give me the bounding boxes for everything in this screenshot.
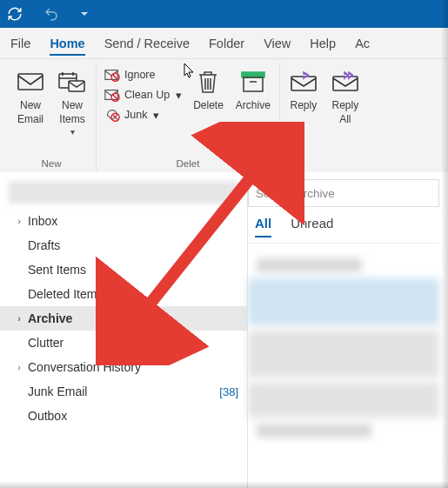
ribbon-group-delete: Ignore Clean Up ▾ Junk ▾ xyxy=(97,63,280,172)
folder-label: Deleted Items xyxy=(28,287,103,301)
unread-count: [38] xyxy=(219,385,238,398)
ignore-label: Ignore xyxy=(124,69,155,81)
chevron-down-icon: ▾ xyxy=(153,109,159,122)
folder-label: Junk Email xyxy=(28,384,87,398)
folder-junk-email[interactable]: Junk Email [38] xyxy=(0,379,247,404)
chevron-right-icon: › xyxy=(14,362,24,372)
reply-all-icon xyxy=(331,68,360,96)
folder-inbox[interactable]: ›Inbox xyxy=(0,209,247,233)
reply-all-button[interactable]: ReplyAll xyxy=(327,64,364,156)
ribbon-body: NewEmail NewItems▾ New Ignore Clean Up xyxy=(0,59,448,172)
ribbon-tab-more[interactable]: Ac xyxy=(355,31,370,56)
delete-button[interactable]: Delete xyxy=(190,64,227,156)
refresh-icon[interactable] xyxy=(7,6,23,22)
folder-label: Outbox xyxy=(28,409,67,423)
folder-conversation-history[interactable]: ›Conversation History xyxy=(0,355,247,379)
folder-drafts[interactable]: Drafts xyxy=(0,233,247,257)
folder-deleted-items[interactable]: Deleted Items xyxy=(0,282,247,306)
ribbon-tab-view[interactable]: View xyxy=(264,31,291,56)
folder-label: Conversation History xyxy=(28,360,141,374)
group-label-respond xyxy=(323,156,325,172)
workspace: ›Inbox Drafts Sent Items Deleted Items ›… xyxy=(0,172,448,488)
qat-dropdown-icon[interactable] xyxy=(80,10,89,18)
search-input[interactable]: Search Archive xyxy=(248,179,439,207)
tab-unread[interactable]: Unread xyxy=(291,216,333,237)
ribbon-tab-help[interactable]: Help xyxy=(310,31,336,56)
reply-button[interactable]: Reply xyxy=(285,64,322,156)
folder-archive[interactable]: ›Archive xyxy=(0,306,247,331)
new-email-button[interactable]: NewEmail xyxy=(12,64,49,156)
account-header[interactable] xyxy=(9,181,238,204)
ribbon-group-new: NewEmail NewItems▾ New xyxy=(7,63,97,172)
cleanup-button[interactable]: Clean Up ▾ xyxy=(102,86,184,104)
folder-clutter[interactable]: Clutter xyxy=(0,331,247,355)
undo-icon[interactable] xyxy=(43,6,59,22)
folder-label: Sent Items xyxy=(28,263,86,277)
junk-button[interactable]: Junk ▾ xyxy=(102,106,184,124)
ribbon-tab-home[interactable]: Home xyxy=(50,31,84,56)
svg-rect-9 xyxy=(244,77,263,91)
new-email-label: NewEmail xyxy=(17,99,43,126)
delete-label: Delete xyxy=(193,99,224,113)
folder-label: Drafts xyxy=(28,238,60,252)
message-list[interactable] xyxy=(248,244,439,452)
folder-label: Archive xyxy=(28,311,72,325)
tab-all[interactable]: All xyxy=(255,216,271,237)
new-items-label: NewItems▾ xyxy=(59,99,84,137)
title-bar xyxy=(0,0,448,28)
reply-label: Reply xyxy=(290,99,317,113)
svg-rect-11 xyxy=(333,77,358,90)
svg-rect-0 xyxy=(18,74,43,90)
group-label-delete: Delet xyxy=(176,156,199,172)
ribbon-tab-send-receive[interactable]: Send / Receive xyxy=(104,31,190,56)
chevron-right-icon: › xyxy=(14,216,24,226)
ribbon-tab-file[interactable]: File xyxy=(10,31,30,56)
folder-sent-items[interactable]: Sent Items xyxy=(0,257,247,282)
calendar-mail-icon xyxy=(57,68,87,96)
ribbon-group-respond: Reply ReplyAll xyxy=(280,63,369,172)
list-filter-tabs: All Unread xyxy=(248,216,439,244)
svg-rect-8 xyxy=(242,72,264,77)
archive-label: Archive xyxy=(236,99,271,113)
folder-outbox[interactable]: Outbox xyxy=(0,404,247,428)
message-list-pane: Search Archive All Unread xyxy=(248,172,448,488)
ribbon-tab-folder[interactable]: Folder xyxy=(209,31,244,56)
envelope-icon xyxy=(16,68,45,96)
new-items-button[interactable]: NewItems▾ xyxy=(54,64,90,156)
folder-label: Clutter xyxy=(28,336,64,350)
chevron-down-icon: ▾ xyxy=(176,89,182,102)
folder-label: Inbox xyxy=(28,214,57,228)
ignore-button[interactable]: Ignore xyxy=(102,66,184,84)
cleanup-label: Clean Up xyxy=(124,89,170,101)
ribbon-tabs: File Home Send / Receive Folder View Hel… xyxy=(0,28,448,59)
junk-label: Junk xyxy=(124,109,147,121)
cursor-icon xyxy=(183,63,197,82)
chevron-right-icon: › xyxy=(14,313,24,324)
reply-icon xyxy=(289,68,318,96)
trash-icon xyxy=(193,68,223,96)
archive-icon xyxy=(238,68,268,96)
reply-all-label: ReplyAll xyxy=(331,99,358,126)
svg-rect-2 xyxy=(69,81,84,91)
folder-pane: ›Inbox Drafts Sent Items Deleted Items ›… xyxy=(0,172,248,488)
group-label-new: New xyxy=(41,156,61,172)
archive-button[interactable]: Archive xyxy=(232,64,274,156)
search-placeholder: Search Archive xyxy=(256,187,335,200)
